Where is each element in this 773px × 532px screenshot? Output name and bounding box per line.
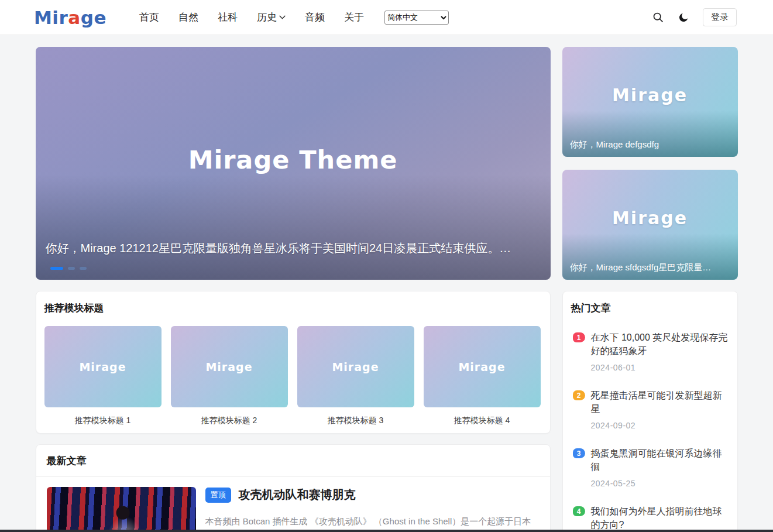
- nav-item-label: 关于: [344, 11, 364, 24]
- site-logo[interactable]: Mirage: [34, 7, 106, 28]
- logo-segment: Mir: [34, 7, 68, 28]
- nav-item-label: 音频: [305, 11, 325, 24]
- recommended-item-label: 推荐模块标题 1: [44, 416, 162, 426]
- hero-title: Mirage Theme: [36, 145, 551, 174]
- hot-article-item[interactable]: 3 捣蛋鬼黑洞可能在银河系边缘徘徊 2024-05-25: [571, 447, 729, 488]
- nav-item-label: 首页: [139, 11, 159, 24]
- sidebar-promo-card[interactable]: Mirage 你好，Mirage defgsdfg: [562, 47, 738, 157]
- carousel-dots: [50, 267, 87, 270]
- section-header: 最新文章: [36, 454, 550, 477]
- brand-text: Mirage: [612, 208, 688, 228]
- nav-item-home[interactable]: 首页: [139, 11, 159, 24]
- section-title: 推荐模块标题: [44, 301, 542, 315]
- hot-articles-section: 热门文章 1 在水下 10,000 英尺处发现保存完好的猛犸象牙 2024-06…: [562, 291, 738, 532]
- chevron-down-icon: [279, 15, 286, 19]
- recommended-item[interactable]: Mirage 推荐模块标题 1: [44, 326, 162, 426]
- rank-badge: 2: [573, 390, 585, 400]
- recommended-item[interactable]: Mirage 推荐模块标题 4: [424, 326, 541, 426]
- hot-article-date: 2024-05-25: [591, 479, 729, 488]
- brand-text: Mirage: [332, 361, 379, 373]
- header-actions: 登录: [651, 8, 737, 26]
- article-item[interactable]: 置顶 攻壳机动队和赛博朋克 本音频由 Botcan 插件生成 《攻壳机动队》 （…: [47, 487, 540, 532]
- hero-caption[interactable]: 你好，Mirage 121212星巴克限量版独角兽星冰乐将于美国时间24日凌晨正…: [46, 241, 541, 256]
- article-title-row: 置顶 攻壳机动队和赛博朋克: [205, 487, 540, 503]
- hot-article-date: 2024-06-01: [591, 363, 729, 372]
- section-title: 热门文章: [571, 301, 729, 315]
- hot-article-item[interactable]: 1 在水下 10,000 英尺处发现保存完好的猛犸象牙 2024-06-01: [571, 331, 729, 372]
- article-body: 置顶 攻壳机动队和赛博朋克 本音频由 Botcan 插件生成 《攻壳机动队》 （…: [205, 487, 540, 532]
- hot-article-title[interactable]: 我们如何为外星人指明前往地球的方向?: [591, 504, 729, 531]
- recommended-item-label: 推荐模块标题 2: [171, 416, 288, 426]
- recommended-thumbnail: Mirage: [171, 326, 288, 407]
- article-title[interactable]: 攻壳机动队和赛博朋克: [239, 487, 356, 503]
- nav-item-label: 自然: [178, 11, 198, 24]
- recommended-item-label: 推荐模块标题 3: [297, 416, 414, 426]
- recommended-item[interactable]: Mirage 推荐模块标题 2: [171, 326, 288, 426]
- login-button[interactable]: 登录: [703, 8, 737, 26]
- nav-item-nature[interactable]: 自然: [178, 11, 198, 24]
- rank-badge: 4: [573, 506, 585, 516]
- bottom-edge-bar: [0, 530, 773, 532]
- logo-segment: ge: [81, 7, 106, 28]
- search-icon[interactable]: [651, 11, 664, 24]
- hot-article-title[interactable]: 捣蛋鬼黑洞可能在银河系边缘徘徊: [591, 447, 729, 473]
- article-thumbnail[interactable]: [47, 487, 196, 532]
- language-select[interactable]: 简体中文: [384, 11, 449, 25]
- pinned-badge: 置顶: [205, 488, 231, 503]
- logo-segment: a: [68, 7, 80, 28]
- carousel-dot-active[interactable]: [50, 267, 63, 270]
- latest-articles-section: 最新文章 置顶 攻壳机动队和赛博朋克 本音频由 Botcan 插件生成 《攻壳机…: [36, 444, 551, 532]
- hot-articles-list: 1 在水下 10,000 英尺处发现保存完好的猛犸象牙 2024-06-01 2…: [571, 331, 729, 531]
- section-title: 最新文章: [47, 454, 540, 468]
- moon-icon[interactable]: [677, 11, 690, 24]
- brand-text: Mirage: [79, 361, 126, 373]
- main-nav: 首页 自然 社科 历史 音频 关于: [139, 11, 364, 24]
- recommended-thumbnail: Mirage: [297, 326, 414, 407]
- hot-article-title[interactable]: 死星撞击活星可能引发新型超新星: [591, 389, 729, 416]
- rank-badge: 3: [573, 448, 585, 458]
- nav-item-social-science[interactable]: 社科: [218, 11, 238, 24]
- left-column: Mirage Theme 你好，Mirage 121212星巴克限量版独角兽星冰…: [36, 47, 551, 532]
- hero-carousel[interactable]: Mirage Theme 你好，Mirage 121212星巴克限量版独角兽星冰…: [36, 47, 551, 280]
- recommended-item[interactable]: Mirage 推荐模块标题 3: [297, 326, 414, 426]
- rank-badge: 1: [573, 332, 585, 342]
- nav-item-history[interactable]: 历史: [257, 11, 286, 24]
- hot-article-item[interactable]: 4 我们如何为外星人指明前往地球的方向?: [571, 504, 729, 531]
- nav-item-label: 历史: [257, 11, 277, 24]
- brand-text: Mirage: [612, 85, 688, 105]
- recommended-item-label: 推荐模块标题 4: [424, 416, 541, 426]
- sidebar-promo-card[interactable]: Mirage 你好，Mirage sfdgsdfg星巴克限量…: [562, 170, 738, 280]
- recommended-thumbnail: Mirage: [424, 326, 541, 407]
- brand-text: Mirage: [205, 361, 252, 373]
- recommended-section: 推荐模块标题 Mirage 推荐模块标题 1 Mirage 推荐模块标题 2 M…: [36, 291, 551, 434]
- brand-text: Mirage: [458, 361, 505, 373]
- hot-article-date: 2024-09-02: [591, 421, 729, 430]
- right-column: Mirage 你好，Mirage defgsdfg Mirage 你好，Mira…: [562, 47, 738, 532]
- carousel-dot[interactable]: [80, 267, 87, 270]
- recommended-grid: Mirage 推荐模块标题 1 Mirage 推荐模块标题 2 Mirage 推…: [44, 326, 542, 426]
- hot-article-title[interactable]: 在水下 10,000 英尺处发现保存完好的猛犸象牙: [591, 331, 729, 358]
- nav-item-about[interactable]: 关于: [344, 11, 364, 24]
- promo-caption: 你好，Mirage defgsdfg: [570, 139, 730, 150]
- nav-item-audio[interactable]: 音频: [305, 11, 325, 24]
- carousel-dot[interactable]: [68, 267, 75, 270]
- nav-item-label: 社科: [218, 11, 238, 24]
- promo-caption: 你好，Mirage sfdgsdfg星巴克限量…: [570, 262, 730, 273]
- hot-article-item[interactable]: 2 死星撞击活星可能引发新型超新星 2024-09-02: [571, 389, 729, 430]
- recommended-thumbnail: Mirage: [44, 326, 162, 407]
- page-content: Mirage Theme 你好，Mirage 121212星巴克限量版独角兽星冰…: [36, 47, 738, 532]
- header: Mirage 首页 自然 社科 历史 音频 关于 简体中文 登录: [0, 0, 773, 35]
